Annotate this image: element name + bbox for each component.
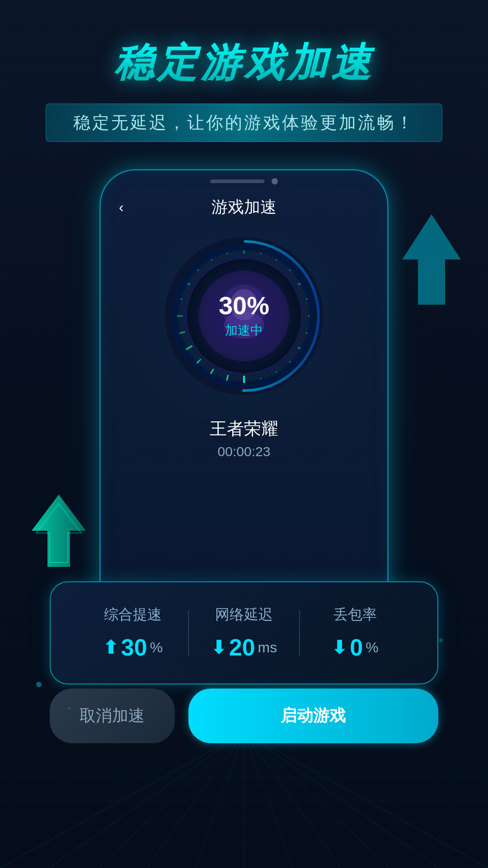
back-button[interactable]: ‹ (119, 199, 124, 216)
svg-line-53 (244, 732, 488, 868)
title-section: 稳定游戏加速 稳定无延迟，让你的游戏体验更加流畅！ (46, 36, 442, 142)
speed-stat: 综合提速 ⬆ 30 % (78, 605, 188, 661)
stats-panel: 综合提速 ⬆ 30 % 网络延迟 ⬇ 20 ms (50, 581, 438, 684)
phone-camera (272, 178, 278, 184)
action-buttons: 取消加速 启动游戏 (50, 689, 438, 743)
subtitle-banner: 稳定无延迟，让你的游戏体验更加流畅！ (46, 104, 442, 142)
cancel-button[interactable]: 取消加速 (50, 689, 175, 743)
svg-line-33 (186, 346, 192, 349)
latency-value: ⬇ 20 ms (189, 634, 299, 661)
game-name: 王者荣耀 (210, 417, 278, 440)
latency-down-arrow: ⬇ (211, 637, 226, 658)
glow-dot-2 (439, 638, 443, 642)
svg-line-52 (244, 732, 439, 868)
right-arrow-decoration (402, 214, 461, 305)
svg-line-49 (244, 732, 293, 868)
gauge-percent: 30% (219, 293, 269, 318)
phone-frame: ‹ 游戏加速 (99, 169, 389, 630)
phone-header: ‹ 游戏加速 (101, 189, 387, 226)
packet-number: 0 (350, 634, 363, 661)
main-title: 稳定游戏加速 (46, 36, 442, 90)
speed-gauge: 30% 加速中 (163, 235, 325, 397)
phone-screen-title: 游戏加速 (211, 196, 277, 218)
svg-marker-2 (402, 214, 461, 305)
left-arrow-decoration (32, 495, 86, 567)
packet-label: 丢包率 (300, 605, 410, 625)
svg-line-47 (195, 732, 244, 868)
phone-notch (210, 179, 264, 183)
packet-stat: 丢包率 ⬇ 0 % (300, 605, 410, 661)
phone-top-bar (101, 170, 387, 184)
gauge-center: 30% 加速中 (219, 293, 269, 339)
speed-up-arrow: ⬆ (103, 637, 118, 658)
glow-dot-1 (36, 682, 42, 687)
latency-unit: ms (258, 639, 277, 656)
svg-line-45 (98, 732, 244, 868)
game-info: 王者荣耀 00:00:23 (210, 417, 278, 459)
svg-line-46 (146, 732, 244, 868)
gauge-status: 加速中 (219, 322, 269, 339)
stats-row: 综合提速 ⬆ 30 % 网络延迟 ⬇ 20 ms (78, 605, 410, 661)
svg-line-43 (0, 732, 244, 868)
latency-label: 网络延迟 (189, 605, 299, 625)
speed-unit: % (150, 639, 163, 656)
svg-line-50 (244, 732, 342, 868)
glow-dot-3 (68, 707, 70, 710)
svg-marker-0 (32, 495, 86, 567)
game-timer: 00:00:23 (210, 444, 278, 459)
page: 稳定游戏加速 稳定无延迟，让你的游戏体验更加流畅！ (0, 0, 488, 868)
speed-number: 30 (121, 634, 147, 661)
svg-line-32 (197, 359, 201, 363)
subtitle-text: 稳定无延迟，让你的游戏体验更加流畅！ (73, 113, 415, 132)
svg-line-31 (211, 369, 214, 374)
packet-value: ⬇ 0 % (300, 634, 410, 661)
svg-line-51 (244, 732, 390, 868)
phone-area: ‹ 游戏加速 (41, 169, 447, 666)
start-game-button[interactable]: 启动游戏 (188, 689, 438, 743)
speed-value: ⬆ 30 % (78, 634, 188, 661)
latency-stat: 网络延迟 ⬇ 20 ms (189, 605, 299, 661)
latency-number: 20 (229, 634, 255, 661)
packet-down-arrow: ⬇ (332, 637, 347, 658)
svg-line-44 (49, 732, 244, 868)
speed-label: 综合提速 (78, 605, 188, 625)
packet-unit: % (366, 639, 378, 656)
perspective-grid (0, 732, 488, 868)
